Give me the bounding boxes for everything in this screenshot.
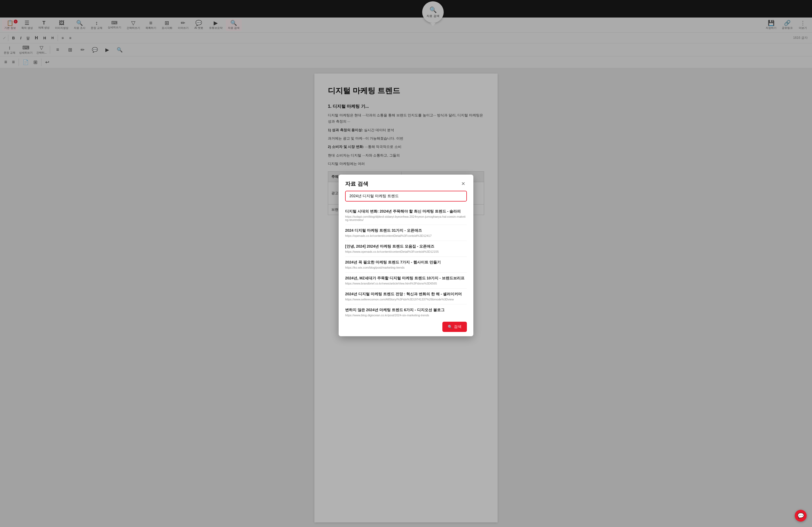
modal-overlay[interactable]: 자료 검색 ✕ 디지털 시대의 변화: 2024년 주목해야 할 최신 마케팅 … [0,0,812,527]
modal-search-input[interactable] [345,191,467,202]
result-item-3[interactable]: 2024년 꼭 필요한 마케팅 트렌드 7가지 - 웹사이트 만들기 https… [345,257,467,273]
result-url-4: https://www.brandbrief.co.kr/news/articl… [345,282,467,285]
chat-bubble-button[interactable]: 💬 [795,510,807,522]
result-title-4: 2024년, MZ세대가 주목할 디지털 마케팅 트렌드 10가지 - 브랜드브… [345,276,467,281]
result-item-5[interactable]: 2024년 디지털 마케팅 트렌드 전망 : 혁신과 변화의 한 해 - 셀러이… [345,289,467,305]
modal-footer: 🔍 검색 [339,317,473,336]
result-title-6: 변하지 않은 2024년 마케팅 트렌드 6가지 - 디지오션 블로그 [345,308,467,312]
modal-close-button[interactable]: ✕ [459,180,467,188]
modal-search-btn-icon: 🔍 [448,325,452,329]
modal-results: 디지털 시대의 변화: 2024년 주목해야 할 최신 마케팅 트렌드 - 솔라… [339,206,473,317]
chat-bubble-icon: 💬 [797,512,804,519]
result-item-0[interactable]: 디지털 시대의 변화: 2024년 주목해야 할 최신 마케팅 트렌드 - 솔라… [345,206,467,225]
result-url-0: https://solapi.com/blog/dijiteol-sidaeyi… [345,215,467,221]
result-title-3: 2024년 꼭 필요한 마케팅 트렌드 7가지 - 웹사이트 만들기 [345,260,467,265]
search-modal: 자료 검색 ✕ 디지털 시대의 변화: 2024년 주목해야 할 최신 마케팅 … [339,175,473,336]
modal-search-btn-label: 검색 [454,324,462,329]
result-item-4[interactable]: 2024년, MZ세대가 주목할 디지털 마케팅 트렌드 10가지 - 브랜드브… [345,273,467,289]
result-title-1: 2024 디지털 마케팅 트렌드 31가지 - 오픈애즈 [345,228,467,233]
result-item-6[interactable]: 변하지 않은 2024년 마케팅 트렌드 6가지 - 디지오션 블로그 http… [345,305,467,317]
result-title-2: [안녕, 2024] 2024년 마케팅 트렌드 모음집 - 오픈애즈 [345,244,467,249]
modal-title: 자료 검색 [345,180,368,188]
result-item-2[interactable]: [안녕, 2024] 2024년 마케팅 트렌드 모음집 - 오픈애즈 http… [345,241,467,257]
result-title-0: 디지털 시대의 변화: 2024년 주목해야 할 최신 마케팅 트렌드 - 솔라… [345,209,467,214]
modal-search-button[interactable]: 🔍 검색 [443,322,467,332]
result-item-1[interactable]: 2024 디지털 마케팅 트렌드 31가지 - 오픈애즈 https://ope… [345,225,467,241]
result-url-6: https://www.blog.digiocean.co.kr/post/20… [345,313,467,317]
result-url-2: https://www.openads.co.kr/content/conten… [345,250,467,253]
result-url-1: https://openads.co.kr/content/contentDet… [345,234,467,237]
result-title-5: 2024년 디지털 마케팅 트렌드 전망 : 혁신과 변화의 한 해 - 셀러이… [345,292,467,297]
result-url-5: https://www.sellerecomon.com/AllStory/%3… [345,298,467,301]
result-url-3: https://ko.wix.com/blog/post/marketing-t… [345,266,467,269]
modal-header: 자료 검색 ✕ [339,175,473,191]
